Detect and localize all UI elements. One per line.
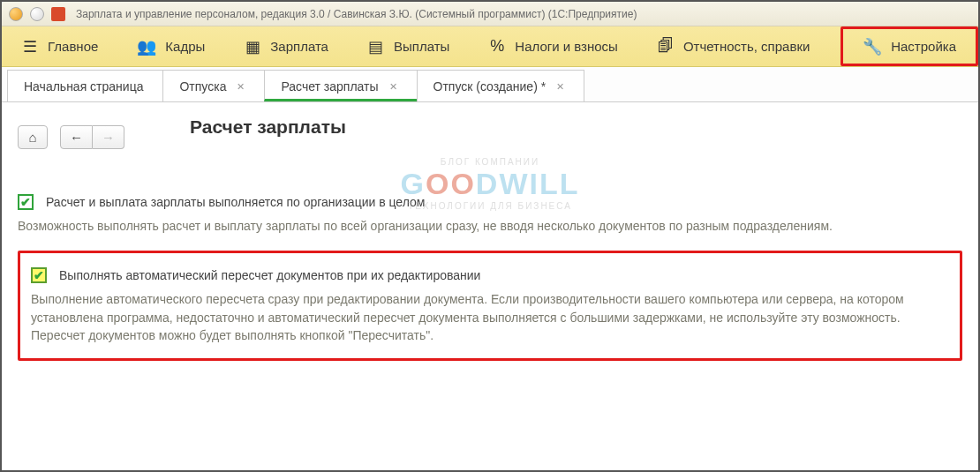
tab-vacation-create[interactable]: Отпуск (создание) * ✕ (417, 70, 585, 101)
window-close-icon[interactable] (9, 7, 23, 21)
tab-strip: Начальная страница Отпуска ✕ Расчет зарп… (2, 67, 978, 102)
home-button[interactable]: ⌂ (18, 125, 48, 149)
menu-label: Зарплата (270, 39, 328, 54)
checkbox-checked-icon[interactable]: ✔ (18, 194, 34, 210)
close-icon[interactable]: ✕ (389, 81, 397, 93)
menu-reports[interactable]: 🗐 Отчетность, справки (637, 26, 829, 66)
menu-label: Выплаты (394, 39, 449, 54)
tab-label: Расчет зарплаты (281, 79, 378, 94)
option-label: Расчет и выплата зарплаты выполняется по… (46, 194, 425, 209)
tab-label: Отпуска (179, 79, 226, 94)
nav-toolbar: ⌂ ← → Расчет зарплаты (18, 113, 962, 161)
menu-label: Отчетность, справки (683, 39, 810, 54)
tab-home[interactable]: Начальная страница (7, 70, 163, 101)
tab-label: Начальная страница (24, 79, 143, 94)
list-icon: ▤ (367, 37, 385, 56)
option-auto-recalc[interactable]: ✔ Выполнять автоматический пересчет доку… (31, 267, 949, 283)
menu-label: Кадры (165, 39, 205, 54)
calculator-icon: ▦ (244, 37, 261, 56)
checkbox-checked-icon[interactable]: ✔ (31, 267, 47, 283)
wrench-icon: 🔧 (863, 37, 882, 56)
option-label: Выполнять автоматический пересчет докуме… (59, 267, 480, 282)
tab-label: Отпуск (создание) * (433, 79, 547, 94)
app-icon (51, 7, 65, 21)
page-content: БЛОГ КОМПАНИИ GOODWILL ТЕХНОЛОГИИ ДЛЯ БИ… (2, 102, 978, 371)
option-description: Возможность выполнять расчет и выплату з… (18, 217, 918, 235)
close-icon[interactable]: ✕ (237, 81, 245, 93)
forward-button[interactable]: → (93, 125, 124, 149)
close-icon[interactable]: ✕ (556, 81, 564, 93)
menu-settings[interactable]: 🔧 Настройка (841, 26, 978, 66)
menu-label: Налоги и взносы (515, 39, 618, 54)
back-button[interactable]: ← (60, 125, 93, 149)
menu-main[interactable]: ☰ Главное (2, 26, 117, 66)
menu-salary[interactable]: ▦ Зарплата (224, 26, 348, 66)
menu-icon: ☰ (21, 37, 39, 56)
menu-label: Главное (48, 39, 98, 54)
option-description: Выполнение автоматического пересчета сра… (31, 290, 931, 344)
menu-payments[interactable]: ▤ Выплаты (348, 26, 469, 66)
window-minimize-icon[interactable] (30, 7, 44, 21)
main-menu: ☰ Главное 👥 Кадры ▦ Зарплата ▤ Выплаты %… (2, 26, 978, 67)
menu-personnel[interactable]: 👥 Кадры (117, 26, 224, 66)
highlighted-option: ✔ Выполнять автоматический пересчет доку… (18, 251, 962, 361)
percent-icon: % (488, 37, 506, 56)
window-titlebar: Зарплата и управление персоналом, редакц… (2, 2, 978, 26)
document-icon: 🗐 (657, 37, 675, 56)
option-org-wide[interactable]: ✔ Расчет и выплата зарплаты выполняется … (18, 194, 962, 210)
menu-taxes[interactable]: % Налоги и взносы (469, 26, 637, 66)
page-title: Расчет зарплаты (190, 116, 346, 138)
menu-label: Настройка (891, 39, 956, 54)
people-icon: 👥 (137, 37, 156, 56)
tab-salary-calc[interactable]: Расчет зарплаты ✕ (264, 70, 417, 101)
tab-vacations[interactable]: Отпуска ✕ (162, 70, 265, 101)
window-title: Зарплата и управление персоналом, редакц… (76, 8, 637, 20)
